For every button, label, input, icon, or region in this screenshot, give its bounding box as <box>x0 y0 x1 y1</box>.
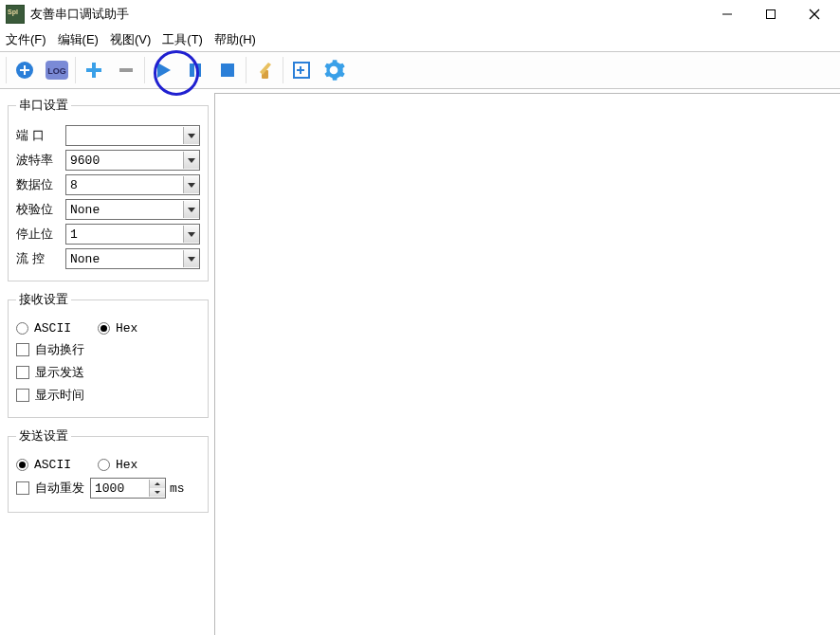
stopbits-label: 停止位 <box>16 226 65 243</box>
toolbar-separator <box>283 57 283 83</box>
databits-dropdown[interactable]: 8 <box>65 174 200 195</box>
show-send-label: 显示发送 <box>35 364 84 381</box>
pause-button[interactable] <box>180 55 210 85</box>
receive-hex-radio[interactable]: Hex <box>98 321 137 336</box>
chevron-down-icon <box>183 250 199 267</box>
svg-rect-13 <box>190 64 194 77</box>
resend-interval-value: 1000 <box>91 481 149 496</box>
resend-interval-spinner[interactable]: 1000 <box>90 478 166 499</box>
svg-point-21 <box>331 67 338 74</box>
menu-edit[interactable]: 编辑(E) <box>58 31 99 48</box>
svg-rect-20 <box>297 69 304 71</box>
app-window: 友善串口调试助手 文件(F) 编辑(E) 视图(V) 工具(T) 帮助(H) L… <box>0 0 840 635</box>
resend-interval-unit: ms <box>170 481 185 496</box>
add-port-button[interactable] <box>9 55 40 85</box>
baud-label: 波特率 <box>16 152 65 169</box>
body-area: 串口设置 端 口 波特率 9600 数据位 <box>0 89 840 635</box>
chevron-down-icon <box>183 176 199 193</box>
menu-tools[interactable]: 工具(T) <box>162 31 203 48</box>
auto-resend-label: 自动重发 <box>35 480 84 497</box>
radio-icon <box>98 322 110 335</box>
clear-button[interactable] <box>249 55 280 85</box>
show-send-checkbox[interactable]: 显示发送 <box>16 364 84 381</box>
toolbar-separator <box>75 57 76 83</box>
parity-dropdown[interactable]: None <box>65 199 200 220</box>
plus-button[interactable] <box>79 55 109 85</box>
parity-value: None <box>66 203 183 217</box>
toolbar-separator <box>144 57 145 83</box>
send-hex-radio[interactable]: Hex <box>98 458 137 472</box>
radio-icon <box>16 322 28 335</box>
send-hex-label: Hex <box>116 458 137 472</box>
start-button[interactable] <box>148 55 178 85</box>
title-bar: 友善串口调试助手 <box>0 0 840 28</box>
toolbar: LOG <box>0 51 840 89</box>
baud-value: 9600 <box>66 154 183 168</box>
svg-text:LOG: LOG <box>47 66 66 76</box>
show-time-label: 显示时间 <box>35 387 84 404</box>
svg-rect-11 <box>119 68 133 72</box>
spinner-buttons <box>149 480 165 497</box>
svg-rect-6 <box>20 69 29 71</box>
checkbox-icon <box>16 389 29 402</box>
output-area[interactable] <box>214 93 840 635</box>
chevron-down-icon <box>183 152 199 169</box>
flow-dropdown[interactable]: None <box>65 248 200 269</box>
flow-label: 流 控 <box>16 250 65 267</box>
menu-bar: 文件(F) 编辑(E) 视图(V) 工具(T) 帮助(H) <box>0 28 840 51</box>
radio-icon <box>98 459 110 471</box>
auto-resend-checkbox[interactable]: 自动重发 <box>16 480 84 497</box>
menu-view[interactable]: 视图(V) <box>110 31 151 48</box>
toolbar-separator <box>6 57 7 83</box>
receive-ascii-radio[interactable]: ASCII <box>16 321 71 336</box>
minus-button[interactable] <box>111 55 141 85</box>
receive-hex-label: Hex <box>116 321 137 336</box>
maximize-button[interactable] <box>749 0 793 28</box>
flow-value: None <box>66 252 183 266</box>
minimize-button[interactable] <box>705 0 749 28</box>
window-title: 友善串口调试助手 <box>30 6 129 23</box>
stop-button[interactable] <box>212 55 243 85</box>
port-dropdown[interactable] <box>65 125 200 146</box>
menu-file[interactable]: 文件(F) <box>6 31 46 48</box>
window-controls <box>705 0 836 28</box>
stopbits-dropdown[interactable]: 1 <box>65 224 200 245</box>
chevron-down-icon <box>183 201 199 218</box>
receive-settings-legend: 接收设置 <box>16 291 71 308</box>
svg-rect-10 <box>86 68 101 72</box>
send-ascii-label: ASCII <box>34 458 71 472</box>
close-button[interactable] <box>793 0 836 28</box>
serial-settings-group: 串口设置 端 口 波特率 9600 数据位 <box>8 97 209 281</box>
radio-icon <box>16 459 28 471</box>
menu-help[interactable]: 帮助(H) <box>214 31 256 48</box>
send-ascii-radio[interactable]: ASCII <box>16 458 71 472</box>
receive-ascii-label: ASCII <box>34 321 71 336</box>
checkbox-icon <box>16 481 29 495</box>
checkbox-icon <box>16 366 29 379</box>
serial-settings-legend: 串口设置 <box>16 97 71 114</box>
svg-rect-14 <box>196 64 201 77</box>
stopbits-value: 1 <box>66 227 183 242</box>
spinner-up-icon[interactable] <box>150 480 165 488</box>
databits-value: 8 <box>66 178 183 192</box>
parity-label: 校验位 <box>16 201 65 218</box>
new-window-button[interactable] <box>286 55 317 85</box>
chevron-down-icon <box>183 226 199 243</box>
app-icon <box>6 5 25 24</box>
receive-settings-group: 接收设置 ASCII Hex 自动换行 <box>8 291 209 418</box>
baud-dropdown[interactable]: 9600 <box>65 150 200 171</box>
send-settings-legend: 发送设置 <box>16 427 71 444</box>
auto-wrap-checkbox[interactable]: 自动换行 <box>16 341 84 358</box>
auto-wrap-label: 自动换行 <box>35 341 84 358</box>
show-time-checkbox[interactable]: 显示时间 <box>16 387 84 404</box>
databits-label: 数据位 <box>16 176 65 193</box>
svg-rect-15 <box>221 64 234 77</box>
log-button[interactable]: LOG <box>42 55 72 85</box>
port-label: 端 口 <box>16 127 65 144</box>
chevron-down-icon <box>183 127 199 144</box>
settings-button[interactable] <box>319 55 349 85</box>
svg-rect-1 <box>767 10 776 19</box>
send-settings-group: 发送设置 ASCII Hex 自动重发 <box>8 427 209 513</box>
spinner-down-icon[interactable] <box>150 488 165 497</box>
toolbar-separator <box>246 57 247 83</box>
